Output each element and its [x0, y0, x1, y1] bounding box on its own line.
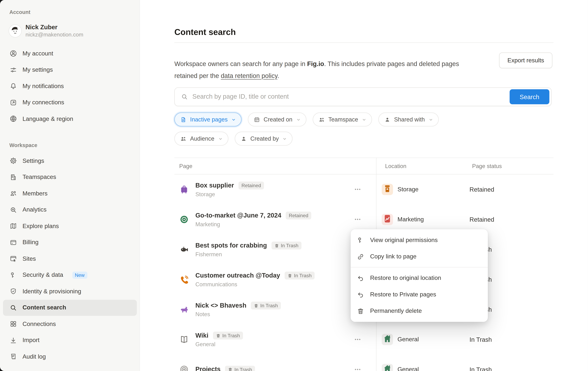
- data-retention-policy-link[interactable]: data retention policy: [221, 73, 277, 80]
- in-trash-badge: In Trash: [213, 332, 243, 339]
- page-title-cell: Go-to-market @June 7, 2024: [195, 212, 281, 219]
- table-header: Page Location Page status: [174, 158, 554, 174]
- search-button[interactable]: Search: [510, 89, 549, 104]
- trash-icon: [254, 303, 258, 308]
- sidebar-item-my-connections[interactable]: My connections: [3, 94, 137, 111]
- sidebar-item-label: Audit log: [22, 353, 46, 360]
- page-icon: [180, 116, 187, 123]
- filter-teamspace[interactable]: Teamspace: [313, 113, 372, 127]
- filter-row-1: Inactive pages Created on Teamspace Shar…: [174, 113, 439, 127]
- sidebar-item-sites[interactable]: Sites: [3, 251, 137, 267]
- description-text: Workspace owners can search for any page…: [174, 60, 307, 68]
- phone-icon: [179, 275, 189, 285]
- sidebar-item-identity-provisioning[interactable]: Identity & provisioning: [3, 283, 137, 300]
- sidebar-item-label: Members: [22, 190, 47, 197]
- sidebar-item-label: Connections: [22, 321, 56, 327]
- sidebar-item-audit-log[interactable]: Audit log: [3, 349, 137, 365]
- avatar: [9, 24, 21, 37]
- row-actions-button[interactable]: •••: [355, 367, 361, 371]
- page-subtitle: Fishermen: [195, 251, 302, 257]
- search-bar: Search: [174, 87, 552, 106]
- sidebar-item-label: Analytics: [22, 206, 47, 213]
- row-actions-button[interactable]: •••: [355, 217, 361, 222]
- sidebar-item-settings[interactable]: Settings: [3, 153, 137, 169]
- account-section-label: Account: [9, 9, 30, 15]
- sidebar-item-my-notifications[interactable]: My notifications: [3, 78, 137, 94]
- menu-item-view-original-permissions[interactable]: View original permissions: [351, 232, 488, 248]
- sidebar-item-label: Explore plans: [22, 223, 59, 229]
- sidebar-item-label: Sites: [22, 255, 36, 262]
- page-status: In Trash: [470, 324, 554, 354]
- globe-icon: [9, 115, 17, 123]
- column-header-location: Location: [376, 158, 470, 174]
- page-subtitle: Marketing: [195, 221, 311, 227]
- donkey-icon: [179, 305, 189, 315]
- sidebar-item-content-search[interactable]: Content search: [3, 299, 137, 316]
- location-label: General: [398, 366, 419, 371]
- sidebar-item-security-data[interactable]: Security & data New: [3, 267, 137, 283]
- shield-check-icon: [9, 287, 17, 295]
- menu-item-copy-link-to-page[interactable]: Copy link to page: [351, 248, 488, 265]
- sidebar-item-analytics[interactable]: Analytics: [3, 201, 137, 218]
- arrow-out-box-icon: [9, 98, 17, 106]
- search-input[interactable]: [191, 93, 510, 101]
- book-icon: [179, 335, 189, 344]
- sidebar-item-my-account[interactable]: My account: [3, 45, 137, 62]
- filter-created-on[interactable]: Created on: [248, 113, 306, 127]
- sidebar-item-teamspaces[interactable]: Teamspaces: [3, 169, 137, 185]
- chevron-down-icon: [428, 117, 433, 122]
- in-trash-badge: In Trash: [285, 272, 315, 279]
- sidebar-item-import[interactable]: Import: [3, 332, 137, 349]
- menu-item-restore-to-original-location[interactable]: Restore to original location: [351, 270, 488, 286]
- sidebar-item-label: Import: [22, 337, 40, 344]
- sidebar-item-language-region[interactable]: Language & region: [3, 111, 137, 127]
- menu-item-label: Restore to Private pages: [370, 291, 436, 298]
- analytics-magnifier-icon: [9, 206, 17, 214]
- menu-item-permanently-delete[interactable]: Permanently delete: [351, 303, 488, 319]
- sidebar-item-label: My notifications: [22, 83, 64, 90]
- map-icon: [9, 222, 17, 230]
- in-trash-badge: In Trash: [225, 365, 255, 371]
- settings-sidebar: Account Nick Zuber nickz@makenotion.com …: [0, 0, 140, 371]
- house-icon: [382, 333, 393, 346]
- chevron-down-icon: [218, 136, 223, 141]
- menu-item-restore-to-private-pages[interactable]: Restore to Private pages: [351, 286, 488, 303]
- sidebar-item-members[interactable]: Members: [3, 185, 137, 202]
- location-icon-tile: [382, 364, 393, 371]
- sidebar-item-connections[interactable]: Connections: [3, 316, 137, 332]
- search-icon: [9, 304, 17, 312]
- location-icon-tile: [382, 214, 393, 225]
- page-title-cell: Projects: [195, 366, 220, 371]
- house-icon: [382, 363, 393, 371]
- sidebar-item-billing[interactable]: Billing: [3, 234, 137, 251]
- trash-icon: [216, 333, 220, 338]
- menu-item-label: Permanently delete: [370, 307, 422, 314]
- row-actions-button[interactable]: •••: [355, 337, 361, 342]
- undo-arrow-icon: [357, 291, 364, 298]
- sidebar-item-label: Content search: [22, 304, 66, 311]
- filter-label: Teamspace: [328, 116, 358, 123]
- filter-shared-with[interactable]: Shared with: [378, 113, 439, 127]
- filter-label: Shared with: [394, 116, 425, 123]
- page-description: Workspace owners can search for any page…: [174, 58, 462, 82]
- page-subtitle: Notes: [195, 311, 281, 317]
- filter-inactive-pages[interactable]: Inactive pages: [174, 113, 242, 127]
- sidebar-item-my-settings[interactable]: My settings: [3, 62, 137, 78]
- new-badge: New: [72, 271, 87, 279]
- table-row[interactable]: Projects In Trash ••• General In Trash: [174, 354, 554, 371]
- table-row[interactable]: Box supplier Retained Storage ••• Storag…: [174, 174, 554, 204]
- export-results-button[interactable]: Export results: [499, 53, 552, 68]
- chart-icon: [382, 213, 393, 226]
- account-user-summary: Nick Zuber nickz@makenotion.com: [9, 23, 83, 38]
- filter-audience[interactable]: Audience: [174, 132, 228, 146]
- table-row[interactable]: Wiki In Trash General ••• General In Tra…: [174, 324, 554, 354]
- sidebar-item-label: Identity & provisioning: [22, 288, 81, 295]
- menu-item-label: Copy link to page: [370, 253, 417, 260]
- page-title-cell: Nick <> Bhavesh: [195, 302, 246, 309]
- filter-label: Created on: [264, 116, 293, 123]
- filter-created-by[interactable]: Created by: [235, 132, 293, 146]
- page-subtitle: Storage: [195, 191, 264, 197]
- sidebar-item-explore-plans[interactable]: Explore plans: [3, 218, 137, 234]
- row-actions-button[interactable]: •••: [355, 187, 361, 192]
- page-subtitle: Communications: [195, 281, 315, 287]
